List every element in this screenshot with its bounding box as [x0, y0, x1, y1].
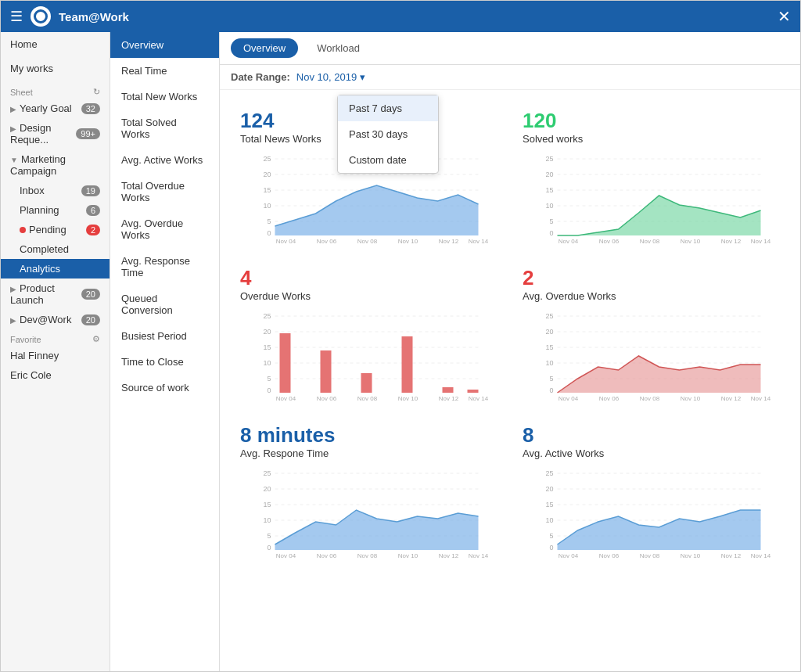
middle-menu: Overview Real Time Total New Works Total… — [110, 32, 220, 671]
middle-menu-item-queued-conversion[interactable]: Queued Conversion — [110, 286, 219, 323]
svg-text:Nov 04: Nov 04 — [559, 238, 579, 245]
sidebar-item-home[interactable]: Home — [1, 32, 110, 56]
middle-menu-item-overview[interactable]: Overview — [110, 32, 219, 58]
svg-text:Nov 06: Nov 06 — [317, 552, 337, 559]
svg-text:Nov 06: Nov 06 — [317, 238, 337, 245]
middle-menu-item-busiest-period[interactable]: Busiest Period — [110, 323, 219, 349]
middle-menu-item-avg-response-time[interactable]: Avg. Response Time — [110, 248, 219, 286]
svg-text:10: 10 — [263, 359, 271, 367]
svg-text:20: 20 — [545, 328, 553, 336]
svg-rect-51 — [443, 387, 454, 393]
svg-text:0: 0 — [267, 229, 271, 237]
middle-menu-item-avg-overdue-works[interactable]: Avg. Overdue Works — [110, 210, 219, 248]
metric-label-solved-works: Solved works — [523, 133, 780, 145]
refresh-icon[interactable]: ↻ — [93, 87, 100, 97]
date-range-dropdown: Past 7 days Past 30 days Custom date — [337, 95, 439, 174]
charts-grid: 124 Total News Works 25 20 15 10 5 0 — [220, 90, 800, 577]
svg-text:Nov 08: Nov 08 — [640, 552, 660, 559]
svg-text:0: 0 — [549, 229, 553, 237]
chart-svg-avg-overdue-works: 25 20 15 10 5 0 Nov 04 Nov 06 Nov 08 Nov… — [523, 308, 780, 402]
svg-text:Nov 08: Nov 08 — [357, 395, 378, 402]
sidebar-sub-item-analytics[interactable]: Analytics — [1, 259, 110, 279]
chart-card-solved-works: 120 Solved works 25 20 15 10 5 0 — [510, 98, 792, 255]
svg-text:0: 0 — [549, 386, 553, 394]
svg-text:Nov 12: Nov 12 — [439, 395, 459, 402]
middle-menu-item-source-of-work[interactable]: Source of work — [110, 375, 219, 401]
svg-text:20: 20 — [545, 171, 553, 178]
dropdown-item-past-7-days[interactable]: Past 7 days — [338, 95, 438, 121]
svg-text:Nov 06: Nov 06 — [599, 238, 620, 245]
svg-text:5: 5 — [549, 217, 553, 225]
svg-text:Nov 12: Nov 12 — [439, 552, 459, 559]
metric-label-overdue-works: Overdue Works — [240, 290, 497, 302]
svg-text:Nov 08: Nov 08 — [640, 238, 660, 245]
dropdown-item-custom-date[interactable]: Custom date — [338, 147, 438, 173]
svg-text:5: 5 — [549, 532, 553, 540]
svg-text:0: 0 — [267, 544, 271, 552]
svg-text:15: 15 — [545, 186, 553, 194]
svg-rect-52 — [468, 390, 479, 393]
sidebar-sub-item-inbox[interactable]: Inbox 19 — [1, 181, 110, 200]
middle-menu-item-time-to-close[interactable]: Time to Close — [110, 349, 219, 375]
svg-text:10: 10 — [263, 516, 271, 524]
svg-text:25: 25 — [263, 312, 271, 320]
chart-card-overdue-works: 4 Overdue Works 25 20 15 10 5 0 — [228, 255, 510, 412]
sidebar-item-yearly-goal[interactable]: ▶Yearly Goal 32 — [1, 99, 110, 118]
svg-text:Nov 14: Nov 14 — [469, 552, 489, 559]
sidebar-item-my-works[interactable]: My works — [1, 56, 110, 81]
tab-workload[interactable]: Workload — [304, 38, 372, 58]
svg-text:5: 5 — [267, 532, 271, 540]
svg-text:Nov 04: Nov 04 — [276, 552, 296, 559]
svg-text:Nov 08: Nov 08 — [640, 395, 660, 402]
middle-menu-item-total-solved-works[interactable]: Total Solved Works — [110, 110, 219, 147]
svg-text:20: 20 — [263, 485, 271, 493]
sidebar-item-design-reque[interactable]: ▶Design Reque... 99+ — [1, 118, 110, 149]
sidebar-item-marketing-campaign[interactable]: ▼Marketing Campaign — [1, 149, 110, 181]
sidebar-sub-item-planning[interactable]: Planning 6 — [1, 200, 110, 220]
sidebar-sub-item-pending[interactable]: Pending 2 — [1, 220, 110, 239]
svg-text:15: 15 — [545, 343, 553, 351]
svg-text:20: 20 — [263, 171, 271, 178]
sidebar-item-product-launch[interactable]: ▶Product Launch 20 — [1, 279, 110, 310]
chart-svg-solved-works: 25 20 15 10 5 0 Nov 04 Nov 06 Nov 08 Nov… — [523, 151, 780, 245]
metric-label-avg-overdue-works: Avg. Overdue Works — [523, 290, 780, 302]
metric-avg-active-works: 8 — [523, 423, 780, 447]
svg-text:Nov 14: Nov 14 — [751, 238, 771, 245]
sidebar-item-dev-at-work[interactable]: ▶Dev@Work 20 — [1, 310, 110, 329]
svg-text:Nov 06: Nov 06 — [317, 395, 337, 402]
sidebar-fav-eric-cole[interactable]: Eric Cole — [1, 365, 110, 385]
svg-text:5: 5 — [267, 217, 271, 225]
chart-card-avg-overdue-works: 2 Avg. Overdue Works 25 20 15 10 5 0 — [510, 255, 792, 412]
tab-overview[interactable]: Overview — [231, 38, 298, 58]
topbar-left: ☰ Team@Work — [10, 6, 129, 27]
svg-text:10: 10 — [545, 516, 553, 524]
svg-text:25: 25 — [545, 469, 553, 477]
svg-rect-50 — [402, 336, 413, 393]
svg-marker-106 — [558, 510, 761, 550]
middle-menu-item-real-time[interactable]: Real Time — [110, 58, 219, 84]
sidebar-favorites-label: Favorite ⚙ — [1, 329, 110, 346]
svg-text:0: 0 — [267, 386, 271, 394]
middle-menu-item-total-overdue-works[interactable]: Total Overdue Works — [110, 173, 219, 210]
svg-text:Nov 10: Nov 10 — [398, 552, 418, 559]
svg-text:15: 15 — [263, 343, 271, 351]
svg-text:0: 0 — [549, 544, 553, 552]
middle-menu-item-avg-active-works[interactable]: Avg. Active Works — [110, 147, 219, 173]
svg-text:Nov 10: Nov 10 — [681, 552, 701, 559]
svg-marker-11 — [275, 185, 479, 235]
svg-text:Nov 12: Nov 12 — [721, 552, 742, 559]
hamburger-icon[interactable]: ☰ — [10, 8, 23, 25]
sidebar-fav-hal-finney[interactable]: Hal Finney — [1, 346, 110, 365]
svg-text:5: 5 — [267, 375, 271, 383]
gear-icon[interactable]: ⚙ — [92, 334, 100, 344]
svg-text:Nov 08: Nov 08 — [357, 238, 378, 245]
metric-label-avg-response-time: Avg. Respone Time — [240, 447, 497, 459]
close-icon[interactable]: ✕ — [778, 7, 791, 26]
middle-menu-item-total-new-works[interactable]: Total New Works — [110, 84, 219, 110]
date-range-value[interactable]: Nov 10, 2019 ▾ — [296, 71, 365, 83]
svg-text:Nov 12: Nov 12 — [439, 238, 459, 245]
svg-text:25: 25 — [263, 469, 271, 477]
sidebar-sub-item-completed[interactable]: Completed — [1, 239, 110, 259]
svg-text:15: 15 — [545, 501, 553, 508]
dropdown-item-past-30-days[interactable]: Past 30 days — [338, 121, 438, 147]
